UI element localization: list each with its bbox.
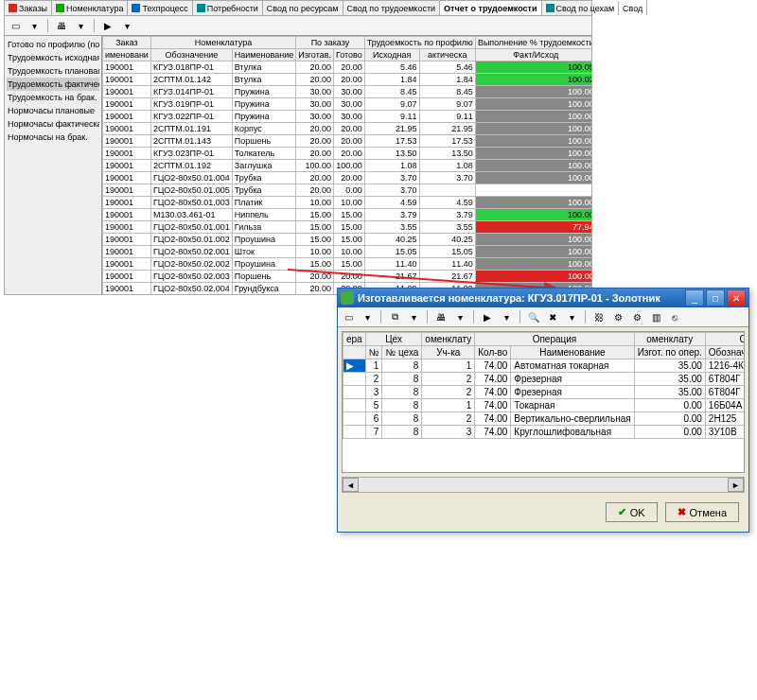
cell: Толкатель (232, 148, 295, 160)
table-row[interactable]: 190001ГЦО2-80x50.01.004Трубка20.0020.003… (103, 172, 592, 184)
sidebar-item[interactable]: Трудоемкость фактическая (7, 78, 99, 91)
ok-button[interactable]: ✔OK (606, 502, 658, 522)
child-col-subheader[interactable]: Кол-во (475, 346, 511, 359)
table-row[interactable]: 190001ГЦО2-80x50.02.003Поршень20.0020.00… (103, 271, 592, 283)
child-col-header[interactable]: оменклату (634, 333, 705, 346)
child-col-header[interactable]: ера (343, 333, 366, 346)
main-grid[interactable]: ЗаказНоменклатураПо заказуТрудоемкость п… (102, 36, 591, 294)
cell-fact: 100.02 (475, 74, 591, 86)
sidebar-item[interactable]: Трудоемкость плановая (7, 64, 99, 78)
col-subheader[interactable]: именовани (103, 49, 151, 61)
table-row[interactable]: 1900012СПТМ.01.143Поршень20.0020.0017.53… (103, 135, 592, 148)
table-row[interactable]: 190001М130.03.461-01Ниппель15.0015.003.7… (103, 209, 592, 221)
main-tab[interactable]: Номенклатура (52, 1, 128, 15)
table-row[interactable]: 190001ГЦО2-80x50.02.001Шток10.0010.0015.… (103, 246, 592, 258)
main-tab[interactable]: Заказы (5, 1, 52, 15)
cfg1-icon[interactable]: ⚙ (610, 309, 625, 324)
main-tab[interactable]: Отчет о трудоемкости (440, 1, 541, 15)
main-tab[interactable]: Свод по ресурсам (263, 1, 343, 15)
maximize-button[interactable]: □ (706, 289, 725, 306)
main-tab[interactable]: Свод по цехам (542, 1, 620, 15)
toolbar-dropdown-3[interactable]: ▾ (119, 18, 134, 33)
child-table-row[interactable]: ▶18174.00Автоматная токарная35.001216-4К… (343, 359, 746, 373)
child-table-row[interactable]: 78374.00Круглошлифовальная0.003У10В9.70 (343, 426, 746, 439)
child-table-row[interactable]: 28274.00Фрезерная35.006Т804Г9.13 (343, 373, 746, 386)
main-tab[interactable]: Техпроцесс (128, 1, 192, 15)
sidebar-item[interactable]: Готово по профилю (посл. оп (7, 38, 99, 51)
toolbar-doc-icon[interactable]: ▭ (8, 18, 23, 33)
scroll-right-icon[interactable]: ► (728, 478, 744, 492)
sidebar-item[interactable]: Нормочасы на брак. (7, 131, 99, 144)
child-col-header[interactable]: оменклату (422, 333, 475, 346)
toolbar-dropdown-2[interactable]: ▾ (73, 18, 88, 33)
main-tab[interactable]: Потребности (193, 1, 263, 15)
sidebar-item[interactable]: Трудоемкость исходная (7, 51, 99, 64)
sidebar-item[interactable]: Трудоемкость на брак. (7, 91, 99, 104)
print-icon-2[interactable]: 🖶 (433, 309, 449, 324)
col-subheader[interactable]: Изготав. (296, 49, 334, 61)
table-row[interactable]: 190001КГУЗ.022ПР-01Пружина30.0030.009.11… (103, 111, 592, 123)
chart-icon[interactable]: ▥ (648, 309, 663, 324)
minimize-button[interactable]: _ (685, 289, 704, 306)
col-subheader[interactable]: Наименование (232, 49, 295, 61)
col-header[interactable]: Выполнение % трудоемкости (475, 37, 591, 49)
child-col-subheader[interactable]: Уч-ка (422, 346, 475, 359)
col-header[interactable]: Заказ (103, 37, 151, 49)
child-table-row[interactable]: 38274.00Фрезерная35.006Т804Г9.13 (343, 386, 746, 399)
col-header[interactable]: По заказу (296, 37, 365, 49)
table-row[interactable]: 1900012СПТМ.01.192Заглушка100.00100.001.… (103, 160, 592, 172)
table-row[interactable]: 190001ГЦО2-80x50.02.002Проушина15.0015.0… (103, 258, 592, 271)
sidebar-item[interactable]: Нормочасы фактическая (7, 117, 99, 131)
tools-icon[interactable]: ✖ (545, 309, 560, 324)
child-col-subheader[interactable]: Изгот. по опер. (634, 346, 705, 359)
table-row[interactable]: 1900012СПТМ.01.191Корпус20.0020.0021.952… (103, 123, 592, 135)
child-table-row[interactable]: 58174.00Токарная0.0016Б04А19.44 (343, 399, 746, 412)
table-row[interactable]: 190001ГЦО2-80x50.01.001Гильза15.0015.003… (103, 221, 592, 234)
close-button[interactable]: ✕ (727, 289, 746, 306)
exit-icon[interactable]: ⎋ (667, 309, 682, 324)
scroll-left-icon[interactable]: ◄ (343, 478, 359, 492)
col-subheader[interactable]: Факт/Исход (475, 49, 591, 61)
table-row[interactable]: 190001ГЦО2-80x50.01.005Трубка20.000.003.… (103, 184, 592, 197)
toolbar-dropdown-1[interactable]: ▾ (26, 18, 42, 33)
cell: 190001 (103, 258, 151, 271)
child-cell: 6Т804Г (705, 386, 745, 399)
child-col-subheader[interactable]: № (365, 346, 382, 359)
child-col-header[interactable]: Оборудование (705, 333, 745, 346)
child-grid[interactable]: ераЦехоменклатуОперацияоменклатуОборудов… (342, 331, 745, 473)
table-row[interactable]: 190001КГУЗ.018ПР-01Втулка20.0020.005.465… (103, 61, 592, 74)
copy-icon[interactable]: ⧉ (387, 309, 402, 324)
col-header[interactable]: Номенклатура (150, 37, 295, 49)
cell: 21.95 (419, 123, 475, 135)
child-table-row[interactable]: 68274.00Вертикально-сверлильная0.002Н125… (343, 412, 746, 426)
table-row[interactable]: 190001ГЦО2-80x50.01.003Платик10.0010.004… (103, 197, 592, 209)
col-subheader[interactable]: актическа (419, 49, 475, 61)
table-row[interactable]: 190001КГУЗ.019ПР-01Пружина30.0030.009.07… (103, 98, 592, 111)
link-icon[interactable]: ⛓ (591, 309, 607, 324)
child-col-subheader[interactable]: № цеха (382, 346, 422, 359)
child-col-header[interactable]: Цех (365, 333, 422, 346)
sidebar-item[interactable]: Нормочасы плановые (7, 104, 99, 117)
cancel-button[interactable]: ✖Отмена (665, 502, 739, 522)
col-subheader[interactable]: Обозначение (150, 49, 232, 61)
play-icon[interactable]: ▶ (100, 18, 115, 33)
table-row[interactable]: 190001КГУЗ.014ПР-01Пружина30.0030.008.45… (103, 86, 592, 98)
search-icon[interactable]: 🔍 (526, 309, 541, 324)
print-icon[interactable]: 🖶 (54, 18, 69, 33)
child-h-scrollbar[interactable]: ◄ ► (342, 477, 745, 493)
main-tab[interactable]: Свод по трудоемкости (343, 1, 441, 15)
col-subheader[interactable]: Исходная (364, 49, 419, 61)
col-subheader[interactable]: Готово (333, 49, 364, 61)
table-row[interactable]: 190001КГУЗ.023ПР-01Толкатель20.0020.0013… (103, 148, 592, 160)
table-row[interactable]: 1900012СПТМ.01.142Втулка20.0020.001.841.… (103, 74, 592, 86)
cell: 190001 (103, 184, 151, 197)
child-col-subheader[interactable]: Наименование (511, 346, 634, 359)
child-col-header[interactable]: Операция (475, 333, 634, 346)
table-row[interactable]: 190001ГЦО2-80x50.01.002Проушина15.0015.0… (103, 234, 592, 246)
child-col-subheader[interactable]: Обозначение (705, 346, 745, 359)
doc-icon[interactable]: ▭ (341, 309, 356, 324)
cfg2-icon[interactable]: ⚙ (629, 309, 644, 324)
play-icon-2[interactable]: ▶ (480, 309, 495, 324)
main-tab[interactable]: Свод (619, 1, 647, 15)
col-header[interactable]: Трудоемкость по профилю (364, 37, 475, 49)
